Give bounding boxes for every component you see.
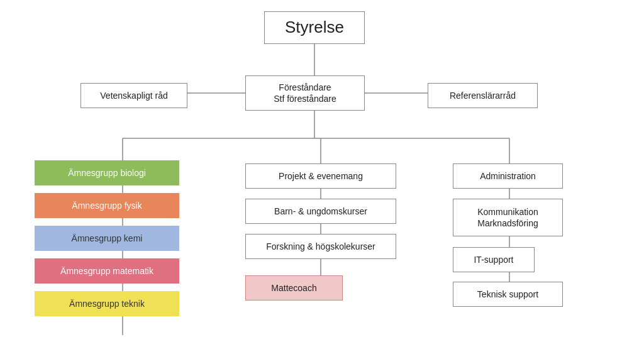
fysik-box: Ämnesgrupp fysik xyxy=(35,193,179,218)
forestandare-box: FöreståndareStf föreståndare xyxy=(245,75,365,111)
barn-box: Barn- & ungdomskurser xyxy=(245,199,396,224)
bio-label: Ämnesgrupp biologi xyxy=(68,167,146,179)
fysik-label: Ämnesgrupp fysik xyxy=(72,200,142,211)
mattecoach-label: Mattecoach xyxy=(271,282,316,294)
itsupport-box: IT-support xyxy=(453,247,535,272)
mattecoach-box: Mattecoach xyxy=(245,275,343,301)
admin-label: Administration xyxy=(480,170,536,182)
projekt-label: Projekt & evenemang xyxy=(279,170,363,182)
kemi-label: Ämnesgrupp kemi xyxy=(72,233,143,244)
forskning-box: Forskning & högskolekurser xyxy=(245,234,396,259)
teknisk-box: Teknisk support xyxy=(453,282,563,307)
itsupport-label: IT-support xyxy=(474,254,513,265)
projekt-box: Projekt & evenemang xyxy=(245,163,396,189)
teknik-box: Ämnesgrupp teknik xyxy=(35,291,179,316)
vetenskapligt-label: Vetenskapligt råd xyxy=(100,90,167,101)
forskning-label: Forskning & högskolekurser xyxy=(266,241,375,252)
matematik-label: Ämnesgrupp matematik xyxy=(60,265,153,277)
barn-label: Barn- & ungdomskurser xyxy=(274,206,367,217)
teknisk-label: Teknisk support xyxy=(477,289,538,300)
admin-box: Administration xyxy=(453,163,563,189)
styrelse-label: Styrelse xyxy=(285,17,344,38)
forestandare-label: FöreståndareStf föreståndare xyxy=(274,82,336,104)
matematik-box: Ämnesgrupp matematik xyxy=(35,258,179,284)
org-chart: Styrelse FöreståndareStf föreståndare Ve… xyxy=(0,0,644,359)
styrelse-box: Styrelse xyxy=(264,11,365,44)
referenslararray-box: Referenslärarråd xyxy=(428,83,538,108)
kommunikation-box: KommunikationMarknadsföring xyxy=(453,199,563,236)
kemi-box: Ämnesgrupp kemi xyxy=(35,226,179,251)
vetenskapligt-box: Vetenskapligt råd xyxy=(80,83,187,108)
bio-box: Ämnesgrupp biologi xyxy=(35,160,179,185)
referenslararray-label: Referenslärarråd xyxy=(450,90,516,101)
teknik-label: Ämnesgrupp teknik xyxy=(69,298,145,309)
kommunikation-label: KommunikationMarknadsföring xyxy=(477,206,538,229)
